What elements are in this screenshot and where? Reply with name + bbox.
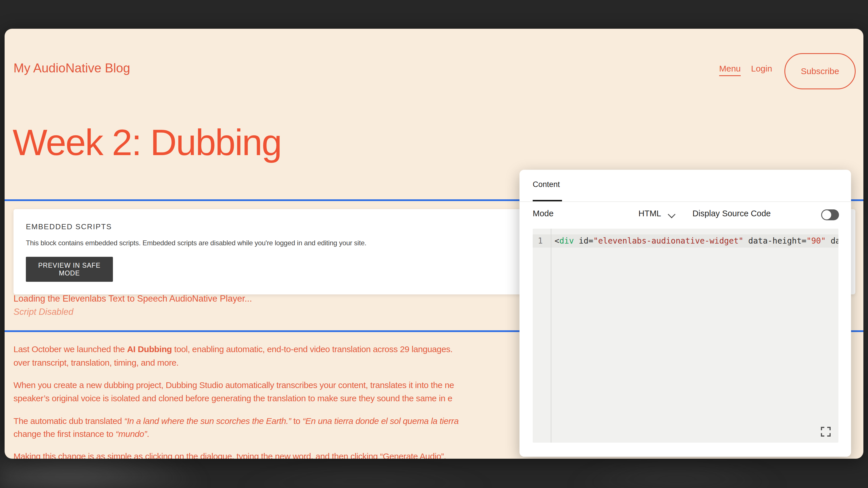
paragraph-segment: change the first instance to [13,429,116,438]
post-title: Week 2: Dubbing [13,121,281,163]
paragraph-line: The automatic dub translated “In a land … [13,415,459,427]
paragraph-segment: The automatic dub translated [13,416,124,426]
paragraph-segment: “mundo” [116,429,147,438]
paragraph-segment: tool, enabling automatic, end-to-end vid… [172,345,453,354]
paragraph-segment: to [291,416,303,426]
code-token-plain: da [826,236,838,246]
subscribe-button[interactable]: Subscribe [784,53,856,89]
content-panel: Content Mode HTML Display Source Code 1 … [520,170,851,457]
chevron-down-icon[interactable] [668,210,676,218]
nav-login-link[interactable]: Login [751,64,772,73]
code-token-string: "elevenlabs-audionative-widget" [593,236,744,246]
display-source-code-label: Display Source Code [692,209,771,218]
paragraph-line: over transcript, translation, timing, an… [13,357,179,368]
paragraph-segment: . [147,429,149,438]
embedded-scripts-description: This block contains embedded scripts. Em… [26,239,366,247]
embedded-scripts-heading: EMBEDDED SCRIPTS [26,222,112,231]
code-token-plain: id= [574,236,593,246]
paragraph-segment: When you create a new dubbing project, D… [13,380,454,390]
mode-label: Mode [533,209,554,218]
paragraph-segment: speaker’s original voice is isolated and… [13,393,452,403]
code-token-plain: data-height= [743,236,806,246]
screen: My AudioNative Blog Menu Login Subscribe… [0,0,868,488]
toggle-knob [822,210,831,220]
paragraph-line: speaker’s original voice is isolated and… [13,393,452,404]
blog-title: My AudioNative Blog [13,61,130,75]
gutter-divider [551,229,551,443]
code-token-number: "90" [807,236,826,246]
site-preview-page: My AudioNative Blog Menu Login Subscribe… [5,29,863,459]
script-disabled-text: Script Disabled [13,307,73,317]
paragraph-segment: “In a land where the sun scorches the Ea… [124,416,291,426]
paragraph-segment: Making this change is as simple as click… [13,452,446,459]
paragraph-line: When you create a new dubbing project, D… [13,380,454,391]
paragraph-line: Last October we launched the AI Dubbing … [13,344,453,355]
panel-divider [520,201,851,202]
player-loading-text: Loading the Elevenlabs Text to Speech Au… [13,294,252,304]
tab-content[interactable]: Content [533,180,560,189]
display-source-code-toggle[interactable] [821,209,839,220]
paragraph-line: change the first instance to “mundo”. [13,428,149,440]
paragraph-segment: over transcript, translation, timing, an… [13,358,179,367]
nav-menu-link[interactable]: Menu [719,64,741,76]
paragraph-segment: AI Dubbing [127,345,172,354]
html-code-editor[interactable]: 1 <div id="elevenlabs-audionative-widget… [533,229,838,443]
fullscreen-icon[interactable] [820,426,831,437]
code-line: <div id="elevenlabs-audionative-widget" … [555,234,838,248]
mode-dropdown[interactable]: HTML [639,209,661,218]
paragraph-segment: “En una tierra donde el sol quema la tie… [303,416,459,426]
paragraph-line: Making this change is as simple as click… [13,451,446,459]
code-token-plain: < [555,236,559,246]
paragraph-segment: Last October we launched the [13,345,127,354]
code-token-tag: div [559,236,574,246]
preview-safe-mode-button[interactable]: PREVIEW IN SAFE MODE [26,257,113,282]
line-number: 1 [538,234,543,248]
